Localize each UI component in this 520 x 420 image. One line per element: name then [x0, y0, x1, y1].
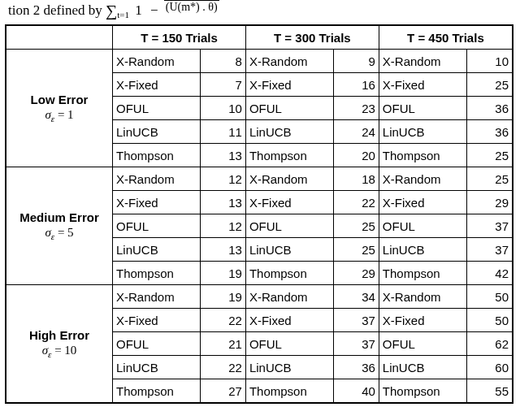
row-label-low-title: Low Error	[31, 93, 89, 106]
cell-algo: LinUCB	[379, 356, 467, 379]
cell-algo: LinUCB	[246, 120, 334, 144]
cell-algo: OFUL	[379, 332, 467, 356]
cell-algo: X-Random	[379, 167, 467, 191]
row-label-medium-sigma-val: 5	[67, 226, 74, 239]
row-label-high-sigma: σε = 10	[6, 344, 112, 359]
row-label-medium-sigma: σε = 5	[6, 226, 112, 241]
cell-algo: LinUCB	[379, 238, 467, 262]
cell-val: 8	[201, 50, 245, 73]
table-row: High Error σε = 10 X-Random19 X-Fixed22 …	[6, 285, 513, 404]
cell-algo: OFUL	[113, 214, 201, 238]
caption-prefix: tion 2 defined by	[8, 2, 106, 18]
cell-val: 10	[467, 50, 512, 73]
cell-val: 21	[201, 332, 245, 356]
sum-subscript: t=1	[117, 10, 129, 19]
sum-symbol: ∑	[106, 2, 117, 19]
caption-line: tion 2 defined by ∑t=1 1 − (U(m*) . θ)	[8, 0, 515, 19]
cell-val: 24	[333, 120, 378, 144]
cell-val: 27	[201, 379, 245, 403]
table-row: Low Error σε = 1 X-Random8 X-Fixed7 OFUL…	[6, 50, 513, 167]
header-t450-label: T = 450 Trials	[407, 31, 484, 45]
header-blank	[6, 25, 113, 50]
row-label-medium: Medium Error σε = 5	[6, 167, 113, 285]
cell-val: 12	[201, 214, 245, 238]
cell-val: 37	[467, 214, 512, 238]
cell-val: 12	[201, 167, 245, 191]
cell-algo: OFUL	[379, 214, 467, 238]
cell-algo: X-Random	[246, 285, 334, 309]
header-t150: T = 150 Trials	[113, 25, 246, 50]
cell-algo: LinUCB	[246, 238, 334, 262]
row-label-high: High Error σε = 10	[6, 285, 113, 404]
cell-val: 22	[201, 356, 245, 379]
caption-fraction: (U(m*) . θ)	[164, 0, 219, 13]
block-high-t300: X-Random34 X-Fixed37 OFUL37 LinUCB36 Tho…	[245, 285, 379, 404]
cell-val: 50	[467, 309, 512, 332]
cell-algo: OFUL	[246, 97, 334, 120]
cell-algo: X-Random	[113, 167, 201, 191]
cell-algo: X-Random	[113, 50, 201, 73]
block-med-t150: X-Random12 X-Fixed13 OFUL12 LinUCB13 Tho…	[113, 167, 246, 285]
cell-val: 36	[467, 120, 512, 144]
cell-algo: OFUL	[379, 97, 467, 120]
cell-algo: Thompson	[246, 262, 334, 285]
cell-val: 37	[333, 309, 378, 332]
cell-val: 18	[333, 167, 378, 191]
cell-algo: LinUCB	[113, 356, 201, 379]
cell-algo: X-Random	[113, 285, 201, 309]
cell-val: 23	[333, 97, 378, 120]
cell-algo: OFUL	[113, 332, 201, 356]
cell-algo: X-Fixed	[113, 191, 201, 214]
cell-algo: X-Fixed	[246, 191, 334, 214]
cell-val: 34	[333, 285, 378, 309]
cell-val: 25	[333, 238, 378, 262]
cell-val: 10	[201, 97, 245, 120]
caption-one: 1	[135, 2, 142, 18]
row-label-low: Low Error σε = 1	[6, 50, 113, 167]
cell-algo: Thompson	[246, 144, 334, 167]
cell-algo: OFUL	[246, 214, 334, 238]
cell-val: 60	[467, 356, 512, 379]
cell-algo: X-Random	[379, 285, 467, 309]
cell-val: 19	[201, 262, 245, 285]
cell-val: 11	[201, 120, 245, 144]
cell-val: 25	[467, 144, 512, 167]
cell-val: 55	[467, 379, 512, 403]
cell-val: 25	[333, 214, 378, 238]
cell-algo: X-Random	[246, 50, 334, 73]
cell-val: 20	[333, 144, 378, 167]
cell-algo: Thompson	[113, 262, 201, 285]
block-med-t450: X-Random25 X-Fixed29 OFUL37 LinUCB37 Tho…	[379, 167, 513, 285]
row-label-low-sigma-val: 1	[67, 108, 74, 121]
cell-algo: LinUCB	[246, 356, 334, 379]
cell-val: 25	[467, 73, 512, 97]
cell-val: 13	[201, 238, 245, 262]
cell-algo: Thompson	[379, 262, 467, 285]
caption-minus: −	[150, 2, 158, 18]
cell-val: 50	[467, 285, 512, 309]
table-row: Medium Error σε = 5 X-Random12 X-Fixed13…	[6, 167, 513, 285]
cell-val: 7	[201, 73, 245, 97]
cell-val: 29	[467, 191, 512, 214]
results-table: T = 150 Trials T = 300 Trials T = 450 Tr…	[5, 24, 514, 404]
cell-algo: OFUL	[246, 332, 334, 356]
cell-val: 29	[333, 262, 378, 285]
row-label-high-title: High Error	[29, 328, 89, 342]
cell-val: 42	[467, 262, 512, 285]
block-high-t150: X-Random19 X-Fixed22 OFUL21 LinUCB22 Tho…	[113, 285, 246, 404]
cell-algo: X-Fixed	[113, 309, 201, 332]
block-low-t300: X-Random9 X-Fixed16 OFUL23 LinUCB24 Thom…	[245, 50, 379, 167]
cell-val: 36	[333, 356, 378, 379]
cell-algo: X-Fixed	[113, 73, 201, 97]
caption-frac-den: (U(m*) . θ)	[164, 0, 219, 13]
block-low-t450: X-Random10 X-Fixed25 OFUL36 LinUCB36 Tho…	[379, 50, 513, 167]
cell-algo: Thompson	[113, 379, 201, 403]
row-label-medium-title: Medium Error	[20, 210, 99, 224]
cell-val: 19	[201, 285, 245, 309]
cell-val: 37	[467, 238, 512, 262]
header-t300-label: T = 300 Trials	[274, 31, 351, 45]
block-high-t450: X-Random50 X-Fixed50 OFUL62 LinUCB60 Tho…	[379, 285, 513, 404]
table-header-row: T = 150 Trials T = 300 Trials T = 450 Tr…	[6, 25, 513, 50]
cell-val: 22	[201, 309, 245, 332]
cell-algo: OFUL	[113, 97, 201, 120]
